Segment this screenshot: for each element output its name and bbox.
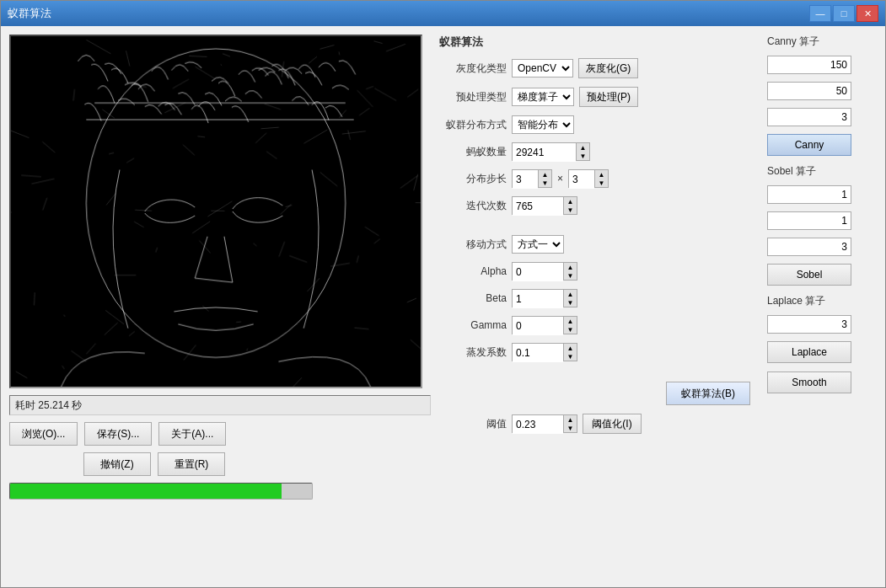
canny-val2[interactable] [767, 82, 851, 100]
gamma-spinbox-buttons: ▲ ▼ [563, 317, 577, 334]
ant-count-spinbox-buttons: ▲ ▼ [576, 143, 589, 160]
image-canvas [11, 36, 421, 387]
save-button[interactable]: 保存(S)... [84, 422, 152, 446]
grayscale-button[interactable]: 灰度化(G) [578, 58, 638, 78]
alpha-spinbox-buttons: ▲ ▼ [563, 263, 577, 280]
threshold-row: 阈值 ▲ ▼ 阈值化(I) [439, 414, 759, 434]
iter-down[interactable]: ▼ [563, 206, 577, 214]
evap-down[interactable]: ▼ [563, 352, 577, 361]
beta-up[interactable]: ▲ [563, 290, 577, 298]
window-title: 蚁群算法 [8, 6, 809, 21]
canny-button[interactable]: Canny [767, 134, 851, 156]
status-text: 耗时 25.214 秒 [15, 398, 82, 413]
distribution-label: 蚁群分布方式 [439, 118, 507, 132]
progress-row [9, 483, 431, 500]
gamma-spinbox: ▲ ▼ [512, 316, 577, 334]
step-x-spinbox-buttons: ▲ ▼ [538, 170, 551, 187]
ant-count-up[interactable]: ▲ [576, 143, 589, 152]
x-separator: × [557, 173, 563, 184]
threshold-spinbox: ▲ ▼ [512, 414, 577, 433]
titlebar: 蚁群算法 — □ ✕ [1, 1, 885, 26]
main-window: 蚁群算法 — □ ✕ 耗时 25.214 秒 浏览(O)... 保存(S)...… [0, 0, 886, 588]
right-panel: Canny 算子 Canny Sobel 算子 Sobel Laplace 算子… [767, 35, 877, 579]
canny-val1[interactable] [767, 56, 851, 74]
threshold-button[interactable]: 阈值化(I) [583, 414, 642, 434]
beta-spinbox: ▲ ▼ [512, 289, 577, 307]
gamma-row: Gamma ▲ ▼ [439, 316, 759, 334]
sobel-val3[interactable] [767, 238, 851, 256]
iter-spinbox-buttons: ▲ ▼ [563, 197, 577, 214]
action-buttons-row2: 撤销(Z) 重置(R) [9, 452, 431, 476]
grayscale-row: 灰度化类型 OpenCV 灰度化(G) [439, 58, 759, 78]
sobel-val2[interactable] [767, 211, 851, 230]
smooth-button[interactable]: Smooth [767, 372, 851, 393]
move-row: 移动方式 方式一 [439, 235, 759, 254]
cancel-button[interactable]: 撤销(Z) [83, 452, 151, 476]
threshold-up[interactable]: ▲ [563, 415, 577, 424]
move-select[interactable]: 方式一 [512, 235, 564, 254]
alpha-row: Alpha ▲ ▼ [439, 262, 759, 281]
preprocess-button[interactable]: 预处理(P) [579, 87, 638, 107]
gamma-input[interactable] [513, 317, 563, 335]
preprocess-row: 预处理类型 梯度算子 预处理(P) [439, 87, 759, 107]
progress-bar-container [9, 483, 313, 500]
ant-count-down[interactable]: ▼ [576, 152, 589, 160]
preprocess-label: 预处理类型 [439, 90, 507, 104]
status-bar: 耗时 25.214 秒 [9, 395, 431, 415]
beta-label: Beta [439, 292, 507, 304]
alpha-up[interactable]: ▲ [563, 263, 577, 271]
beta-down[interactable]: ▼ [563, 298, 577, 307]
image-display [9, 35, 422, 388]
ant-count-input[interactable] [513, 143, 576, 162]
sobel-title: Sobel 算子 [767, 164, 877, 179]
alpha-down[interactable]: ▼ [563, 271, 577, 280]
gamma-up[interactable]: ▲ [563, 317, 577, 325]
about-button[interactable]: 关于(A)... [158, 422, 226, 446]
alpha-spinbox: ▲ ▼ [512, 262, 577, 281]
threshold-down[interactable]: ▼ [563, 424, 577, 432]
sobel-val1[interactable] [767, 185, 851, 204]
step-label: 分布步长 [439, 172, 507, 186]
iter-input[interactable] [513, 197, 563, 216]
evap-spinbox-buttons: ▲ ▼ [563, 344, 577, 361]
browse-button[interactable]: 浏览(O)... [9, 422, 78, 446]
step-x-spinbox: ▲ ▼ [512, 169, 552, 188]
beta-input[interactable] [513, 290, 563, 308]
iter-up[interactable]: ▲ [563, 197, 577, 206]
action-buttons-row1: 浏览(O)... 保存(S)... 关于(A)... [9, 422, 431, 446]
beta-row: Beta ▲ ▼ [439, 289, 759, 307]
step-y-up[interactable]: ▲ [594, 170, 608, 179]
gamma-label: Gamma [439, 319, 507, 331]
iter-label: 迭代次数 [439, 199, 507, 213]
gamma-down[interactable]: ▼ [563, 325, 577, 334]
preprocess-select[interactable]: 梯度算子 [512, 88, 574, 106]
step-x-input[interactable] [513, 170, 538, 189]
laplace-title: Laplace 算子 [767, 294, 877, 308]
threshold-input[interactable] [513, 415, 563, 434]
minimize-button[interactable]: — [809, 5, 831, 22]
laplace-button[interactable]: Laplace [767, 341, 851, 363]
evap-input[interactable] [513, 344, 563, 362]
step-x-up[interactable]: ▲ [538, 170, 551, 179]
laplace-val1[interactable] [767, 315, 851, 334]
evap-spinbox: ▲ ▼ [512, 343, 577, 361]
run-ant-button[interactable]: 蚁群算法(B) [666, 382, 750, 405]
ant-count-row: 蚂蚁数量 ▲ ▼ [439, 142, 759, 161]
step-y-input[interactable] [569, 170, 594, 189]
grayscale-select[interactable]: OpenCV [512, 59, 573, 78]
alpha-input[interactable] [513, 263, 563, 281]
distribution-row: 蚁群分布方式 智能分布 [439, 115, 759, 134]
alpha-label: Alpha [439, 265, 507, 277]
sobel-button[interactable]: Sobel [767, 264, 851, 286]
evap-up[interactable]: ▲ [563, 344, 577, 352]
distribution-select[interactable]: 智能分布 [512, 115, 574, 134]
progress-bar-fill [10, 484, 282, 499]
run-ant-row: 蚁群算法(B) [439, 382, 759, 405]
maximize-button[interactable]: □ [833, 5, 855, 22]
titlebar-controls: — □ ✕ [809, 5, 878, 22]
reset-button[interactable]: 重置(R) [158, 452, 225, 476]
canny-val3[interactable] [767, 108, 851, 126]
close-button[interactable]: ✕ [856, 5, 878, 22]
step-x-down[interactable]: ▼ [538, 179, 551, 187]
step-y-down[interactable]: ▼ [594, 179, 608, 187]
